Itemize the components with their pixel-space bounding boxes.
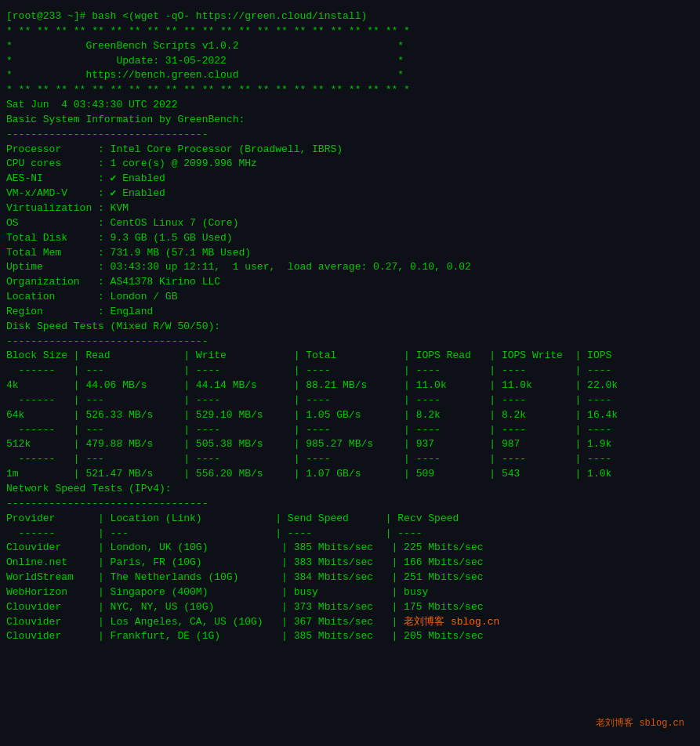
terminal-line: 4k | 44.06 MB/s | 44.14 MB/s | 88.21 MB/…	[6, 378, 694, 393]
terminal-line: Clouvider | NYC, NY, US (10G) | 373 Mbit…	[6, 600, 694, 615]
watermark-text: 老刘博客 sblog.cn	[596, 717, 684, 730]
terminal-line: Clouvider | Frankfurt, DE (1G) | 385 Mbi…	[6, 629, 694, 644]
terminal-line: ------ | --- | ---- | ---- | ---- | ----…	[6, 423, 694, 438]
terminal-line: WebHorizon | Singapore (400M) | busy | b…	[6, 585, 694, 600]
terminal-line: 64k | 526.33 MB/s | 529.10 MB/s | 1.05 G…	[6, 408, 694, 423]
terminal-line: Total Disk : 9.3 GB (1.5 GB Used)	[6, 231, 694, 246]
terminal-line: Sat Jun 4 03:43:30 UTC 2022	[6, 98, 694, 113]
terminal-line: Clouvider | Los Angeles, CA, US (10G) | …	[6, 615, 694, 630]
terminal-line: Basic System Information by GreenBench:	[6, 113, 694, 128]
terminal-line: ---------------------------------	[6, 335, 694, 349]
terminal-line: Disk Speed Tests (Mixed R/W 50/50):	[6, 320, 694, 335]
terminal-line: Provider | Location (Link) | Send Speed …	[6, 512, 694, 527]
terminal-line: * GreenBench Scripts v1.0.2 *	[6, 39, 694, 54]
terminal-line: 512k | 479.88 MB/s | 505.38 MB/s | 985.2…	[6, 437, 694, 452]
terminal-line: ------ | --- | ---- | ---- | ---- | ----…	[6, 364, 694, 378]
terminal-output: [root@233 ~]# bash <(wget -qO- https://g…	[5, 6, 695, 647]
terminal-line: AES-NI : ✔ Enabled	[6, 172, 694, 186]
terminal-line: * https://bench.green.cloud *	[6, 68, 694, 83]
terminal-line: 1m | 521.47 MB/s | 556.20 MB/s | 1.07 GB…	[6, 467, 694, 482]
terminal-line: Organization : AS41378 Kirino LLC	[6, 275, 694, 290]
terminal-line: Total Mem : 731.9 MB (57.1 MB Used)	[6, 246, 694, 261]
terminal-line: Clouvider | London, UK (10G) | 385 Mbits…	[6, 541, 694, 556]
terminal-line: * ** ** ** ** ** ** ** ** ** ** ** ** **…	[6, 24, 694, 39]
terminal-line: Network Speed Tests (IPv4):	[6, 482, 694, 497]
terminal-line: CPU cores : 1 core(s) @ 2099.996 MHz	[6, 157, 694, 172]
terminal-line: Block Size | Read | Write | Total | IOPS…	[6, 349, 694, 364]
terminal-line: Region : England	[6, 305, 694, 320]
terminal-line: WorldStream | The Netherlands (10G) | 38…	[6, 570, 694, 585]
terminal-line: Uptime : 03:43:30 up 12:11, 1 user, load…	[6, 260, 694, 275]
terminal-line: Processor : Intel Core Processor (Broadw…	[6, 143, 694, 158]
terminal-line: Online.net | Paris, FR (10G) | 383 Mbits…	[6, 556, 694, 570]
terminal-line: ------ | --- | ---- | ---- | ---- | ----…	[6, 393, 694, 408]
terminal-line: Location : London / GB	[6, 290, 694, 305]
terminal-line: ------ | --- | ---- | ---- | ---- | ----…	[6, 452, 694, 467]
terminal-line: * Update: 31-05-2022 *	[6, 54, 694, 69]
terminal-line: ---------------------------------	[6, 128, 694, 143]
terminal-line: OS : CentOS Linux 7 (Core)	[6, 216, 694, 231]
terminal-line: ---------------------------------	[6, 497, 694, 512]
terminal-line: Virtualization : KVM	[6, 201, 694, 216]
terminal-line: * ** ** ** ** ** ** ** ** ** ** ** ** **…	[6, 83, 694, 98]
terminal-line: [root@233 ~]# bash <(wget -qO- https://g…	[6, 9, 694, 24]
terminal-line: ------ | --- | ---- | ----	[6, 527, 694, 541]
terminal-line: VM-x/AMD-V : ✔ Enabled	[6, 186, 694, 201]
